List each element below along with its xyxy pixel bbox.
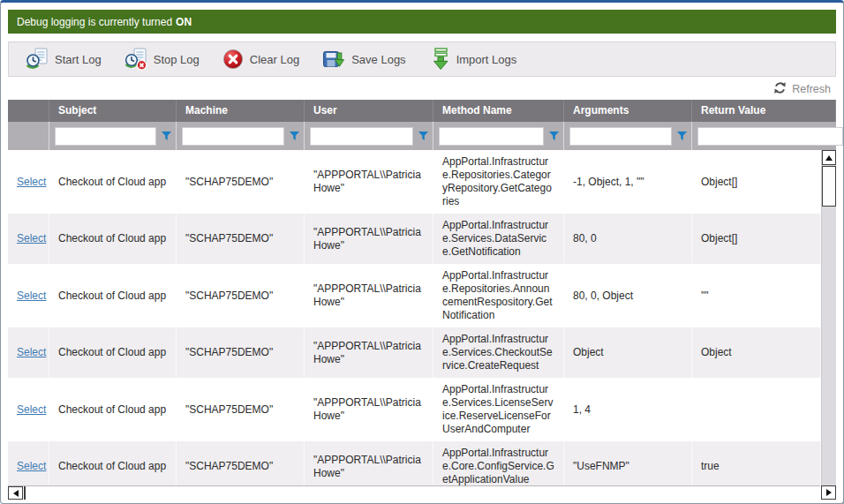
start-log-button[interactable]: Start Log [14,42,113,76]
banner-text: Debug logging is currently turned [17,16,172,28]
log-table: Subject Machine User Method Name Argumen… [8,100,836,500]
method-name-filter-input[interactable] [439,127,544,146]
arguments-filter-icon[interactable] [676,131,688,142]
return-value-cell: true [692,441,821,485]
method-name-cell: AppPortal.Infrastructure.Repositories.An… [433,264,564,327]
filter-cell-user [305,122,433,150]
method-name-cell: AppPortal.Infrastructure.Services.DataSe… [433,214,564,264]
table-row: Select Checkout of Cloud app "SCHAP75DEM… [8,150,821,214]
filter-cell-select [8,122,49,150]
subject-cell: Checkout of Cloud app [49,150,177,214]
method-name-cell: AppPortal.Infrastructure.Services.Licens… [433,378,564,441]
debug-status-banner: Debug logging is currently turned ON [8,10,836,34]
arguments-cell: 80, 0 [564,214,692,264]
machine-cell: "SCHAP75DEMO" [177,327,305,378]
return-value-cell: Object [692,327,821,378]
user-filter-input[interactable] [310,127,413,146]
stop-log-icon [124,48,147,71]
vertical-scrollbar[interactable] [821,150,836,485]
arguments-cell: 1, 4 [564,378,692,441]
clear-log-icon [222,49,244,70]
table-row: Select Checkout of Cloud app "SCHAP75DEM… [8,378,821,441]
select-link[interactable]: Select [17,346,46,359]
scroll-left-button[interactable] [8,486,23,500]
header-cell-method-name[interactable]: Method Name [433,100,564,122]
table-row: Select Checkout of Cloud app "SCHAP75DEM… [8,441,821,485]
arguments-cell: -1, Object, 1, "" [564,150,692,214]
clear-log-label: Clear Log [250,53,299,66]
horizontal-scroll-thumb[interactable] [24,486,820,500]
right-arrow-icon [826,489,832,496]
banner-state: ON [176,16,192,28]
stop-log-button[interactable]: Stop Log [113,42,211,76]
select-link[interactable]: Select [17,176,46,189]
refresh-icon [773,81,787,97]
arguments-cell: "UseFNMP" [564,441,692,485]
refresh-label: Refresh [792,83,831,95]
left-arrow-icon [13,490,19,497]
subject-cell: Checkout of Cloud app [49,327,177,378]
user-cell: "APPPORTAL\\PatriciaHowe" [305,214,433,264]
select-link[interactable]: Select [17,403,46,417]
subject-filter-icon[interactable] [161,131,172,142]
header-cell-return-value[interactable]: Return Value [692,100,836,122]
import-logs-button[interactable]: Import Logs [418,42,529,76]
import-logs-icon [429,48,450,71]
arguments-cell: Object [564,327,692,378]
filter-cell-return-value [692,122,844,150]
scroll-up-button[interactable] [822,150,836,165]
user-cell: "APPPORTAL\\PatriciaHowe" [305,327,433,378]
machine-filter-input[interactable] [182,127,284,146]
table-row: Select Checkout of Cloud app "SCHAP75DEM… [8,214,821,264]
method-name-cell: AppPortal.Infrastructure.Services.Checko… [433,327,564,378]
user-cell: "APPPORTAL\\PatriciaHowe" [305,150,433,214]
header-cell-arguments[interactable]: Arguments [564,100,692,122]
vertical-scroll-thumb[interactable] [822,166,836,207]
filter-cell-subject [49,122,177,150]
debug-log-window: Debug logging is currently turned ON Sta… [0,0,844,504]
return-value-filter-input[interactable] [697,127,843,146]
return-value-cell: "" [692,264,821,327]
return-value-cell: Object[] [692,150,821,214]
machine-filter-icon[interactable] [289,131,300,142]
return-value-cell [692,378,821,441]
header-cell-machine[interactable]: Machine [177,100,305,122]
table-row: Select Checkout of Cloud app "SCHAP75DEM… [8,264,821,327]
subject-cell: Checkout of Cloud app [49,441,177,485]
machine-cell: "SCHAP75DEMO" [177,150,305,214]
horizontal-scrollbar[interactable] [8,485,820,500]
filter-cell-method-name [433,122,564,150]
table-body: Select Checkout of Cloud app "SCHAP75DEM… [8,150,821,485]
table-header-row: Subject Machine User Method Name Argumen… [8,100,836,122]
return-value-cell: Object[] [692,214,821,264]
method-name-filter-icon[interactable] [548,131,560,142]
up-arrow-icon [825,155,833,161]
user-cell: "APPPORTAL\\PatriciaHowe" [305,264,433,327]
header-cell-subject[interactable]: Subject [49,100,177,122]
table-row: Select Checkout of Cloud app "SCHAP75DEM… [8,327,821,378]
machine-cell: "SCHAP75DEMO" [177,378,305,441]
arguments-filter-input[interactable] [569,127,672,146]
filter-row [8,122,836,150]
save-logs-label: Save Logs [351,53,405,66]
filter-cell-arguments [564,122,692,150]
select-link[interactable]: Select [17,232,46,245]
select-link[interactable]: Select [17,290,46,303]
start-log-label: Start Log [55,53,102,66]
subject-filter-input[interactable] [55,127,156,146]
user-cell: "APPPORTAL\\PatriciaHowe" [305,378,433,441]
refresh-button[interactable]: Refresh [773,81,831,97]
method-name-cell: AppPortal.Infrastructure.Core.ConfigServ… [433,441,564,485]
machine-cell: "SCHAP75DEMO" [177,214,305,264]
log-toolbar: Start Log Stop Log [8,41,836,77]
filter-cell-machine [177,122,305,150]
header-cell-user[interactable]: User [305,100,433,122]
save-logs-button[interactable]: Save Logs [311,42,417,76]
machine-cell: "SCHAP75DEMO" [177,264,305,327]
start-log-icon [26,48,49,71]
import-logs-label: Import Logs [456,53,517,66]
clear-log-button[interactable]: Clear Log [211,42,311,76]
scroll-right-button[interactable] [821,485,836,500]
user-filter-icon[interactable] [418,131,429,142]
select-link[interactable]: Select [17,460,46,473]
